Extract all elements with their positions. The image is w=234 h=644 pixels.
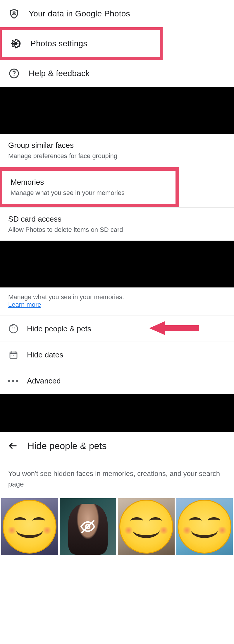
menu-item-label: Your data in Google Photos [29, 9, 130, 18]
setting-subtitle: Manage preferences for face grouping [8, 152, 226, 160]
option-label: Advanced [27, 376, 61, 386]
menu-item-label: Photos settings [30, 39, 87, 48]
svg-point-4 [9, 325, 18, 333]
callout-arrow-icon [149, 319, 199, 338]
option-label: Hide people & pets [27, 324, 91, 333]
calendar-icon [8, 350, 19, 360]
svg-point-10 [13, 355, 14, 356]
setting-title: Group similar faces [8, 141, 226, 150]
face-tile[interactable] [118, 498, 175, 555]
back-button[interactable] [7, 440, 19, 452]
redaction-band [0, 241, 234, 287]
option-label: Hide dates [27, 350, 63, 359]
svg-point-1 [15, 42, 17, 45]
faces-grid [0, 498, 234, 556]
hidden-eye-icon [60, 498, 116, 555]
svg-point-11 [15, 355, 16, 356]
svg-point-9 [11, 355, 12, 356]
setting-memories[interactable]: Memories Manage what you see in your mem… [2, 171, 176, 204]
setting-title: SD card access [8, 215, 226, 224]
svg-point-3 [14, 75, 15, 76]
memories-description-block: Manage what you see in your memories. Le… [0, 287, 234, 316]
face-tile[interactable] [1, 498, 58, 555]
setting-title: Memories [11, 178, 167, 187]
highlight-memories: Memories Manage what you see in your mem… [0, 167, 179, 207]
face-outline-icon [8, 323, 19, 334]
emoji-face-icon [119, 500, 173, 554]
setting-group-similar-faces[interactable]: Group similar faces Manage preferences f… [0, 134, 234, 167]
svg-point-6 [14, 328, 15, 328]
memories-description: Manage what you see in your memories. [8, 293, 124, 301]
face-tile-hidden[interactable] [60, 498, 116, 555]
learn-more-link[interactable]: Learn more [8, 301, 41, 308]
page-title: Hide people & pets [27, 441, 106, 451]
option-hide-people-pets[interactable]: Hide people & pets [0, 316, 234, 342]
setting-subtitle: Manage what you see in your memories [11, 189, 167, 197]
option-hide-dates[interactable]: Hide dates [0, 342, 234, 368]
svg-point-5 [12, 328, 13, 328]
hide-people-info: You won't see hidden faces in memories, … [0, 460, 234, 498]
menu-item-photos-settings[interactable]: Photos settings [2, 30, 160, 57]
shield-privacy-icon [8, 8, 20, 20]
help-icon [8, 68, 20, 79]
page-header: Hide people & pets [0, 432, 234, 460]
emoji-face-icon [3, 500, 56, 554]
gear-icon [10, 38, 22, 49]
redaction-band [0, 87, 234, 134]
highlight-photos-settings: Photos settings [0, 27, 163, 60]
redaction-band [0, 394, 234, 432]
face-tile[interactable] [176, 498, 233, 555]
svg-marker-7 [149, 321, 199, 335]
option-advanced[interactable]: ••• Advanced [0, 368, 234, 394]
emoji-face-icon [178, 500, 231, 554]
menu-item-your-data[interactable]: Your data in Google Photos [0, 0, 234, 27]
setting-sd-card[interactable]: SD card access Allow Photos to delete it… [0, 207, 234, 241]
menu-item-label: Help & feedback [29, 69, 90, 78]
setting-subtitle: Allow Photos to delete items on SD card [8, 226, 226, 234]
more-dots-icon: ••• [8, 376, 19, 386]
menu-item-help-feedback[interactable]: Help & feedback [0, 60, 234, 87]
